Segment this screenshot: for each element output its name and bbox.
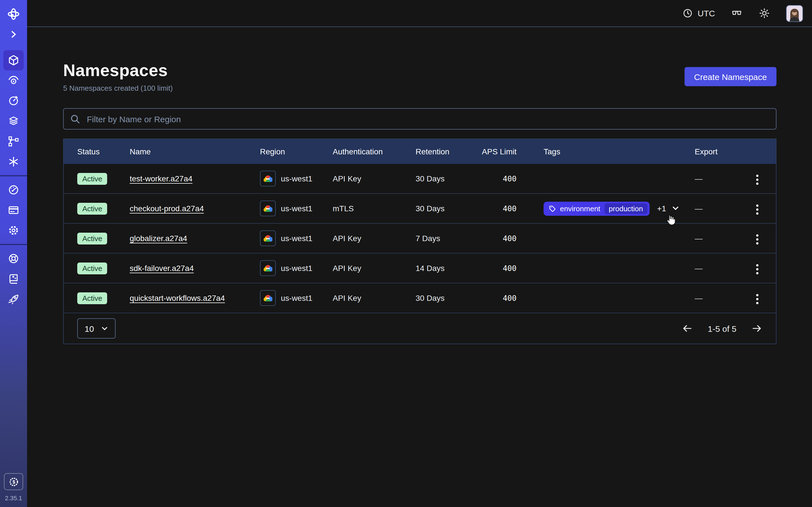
gcp-region-icon: [260, 230, 276, 246]
cell-tags: environmentproduction+1: [516, 202, 695, 216]
page-title: Namespaces: [63, 61, 168, 80]
page-size-select[interactable]: 10: [77, 318, 115, 339]
column-header-region: Region: [260, 147, 333, 156]
cell-actions: [752, 170, 762, 187]
user-avatar[interactable]: [786, 5, 803, 22]
region-label: us-west1: [281, 204, 312, 213]
cell-status: Active: [77, 232, 130, 244]
table-header-row: StatusNameRegionAuthenticationRetentionA…: [64, 139, 776, 164]
clock-icon: [682, 8, 693, 18]
status-badge: Active: [77, 173, 107, 184]
cell-status: Active: [77, 173, 130, 184]
cell-export: —: [695, 264, 752, 273]
cell-name: sdk-failover.a27a4: [130, 264, 260, 273]
chevron-down-icon: [101, 325, 108, 332]
sidebar-item-namespaces[interactable]: [3, 50, 24, 70]
sidebar-item-getting-started[interactable]: [3, 289, 24, 309]
cell-retention: 7 Days: [416, 234, 480, 243]
sidebar-expand-button[interactable]: [3, 24, 24, 45]
filter-bar: [63, 108, 776, 129]
cell-status: Active: [77, 292, 130, 304]
cell-region: us-west1: [260, 260, 333, 276]
temporal-logo[interactable]: [3, 4, 24, 24]
chevron-right-icon: [9, 30, 18, 39]
cell-authentication: API Key: [333, 234, 416, 243]
row-actions-kebab[interactable]: [752, 172, 762, 187]
tags-expand-button[interactable]: [672, 205, 679, 212]
row-actions-kebab[interactable]: [752, 291, 762, 307]
sidebar-item-support[interactable]: [3, 248, 24, 269]
sidebar-item-schedules[interactable]: [3, 91, 24, 111]
table-body: Activetest-worker.a27a4us-west1API Key30…: [64, 164, 776, 313]
tag-pill[interactable]: environmentproduction: [544, 202, 650, 216]
namespace-count-subtitle: 5 Namespaces created (100 limit): [63, 84, 173, 93]
namespace-link[interactable]: quickstart-workflows.a27a4: [130, 293, 225, 302]
cell-export: —: [695, 293, 752, 302]
cell-aps-limit: 400: [480, 234, 516, 243]
table-row: Activesdk-failover.a27a4us-west1API Key1…: [64, 253, 776, 283]
iris-icon: [7, 74, 20, 87]
avatar-image: [786, 5, 802, 21]
cell-aps-limit: 400: [480, 264, 516, 273]
previous-page-button[interactable]: [682, 323, 693, 334]
gcp-region-icon: [260, 201, 276, 216]
sidebar-item-insights[interactable]: [3, 70, 24, 91]
cell-retention: 30 Days: [416, 204, 480, 213]
cell-actions: [752, 289, 762, 307]
sun-icon: [758, 7, 770, 19]
arrow-right-icon: [751, 323, 762, 334]
search-icon: [70, 114, 80, 124]
region-label: us-west1: [281, 264, 312, 273]
cell-export: —: [695, 204, 752, 213]
column-header-authentication: Authentication: [333, 147, 416, 156]
cell-retention: 30 Days: [416, 293, 480, 302]
namespace-link[interactable]: test-worker.a27a4: [130, 174, 193, 183]
region-label: us-west1: [281, 234, 312, 243]
region-label: us-west1: [281, 293, 312, 302]
page-range-label: 1-5 of 5: [708, 324, 737, 333]
next-page-button[interactable]: [751, 323, 762, 334]
namespace-link[interactable]: checkout-prod.a27a4: [130, 204, 204, 213]
timezone-selector[interactable]: UTC: [682, 8, 715, 18]
svg-text:$: $: [12, 479, 15, 485]
cell-authentication: API Key: [333, 293, 416, 302]
table-row: Activecheckout-prod.a27a4us-west1mTLS30 …: [64, 193, 776, 223]
sidebar-divider: [0, 175, 27, 176]
arrow-left-icon: [682, 323, 693, 334]
row-actions-kebab[interactable]: [752, 262, 762, 277]
filter-input[interactable]: [86, 114, 769, 124]
row-actions-kebab[interactable]: [752, 202, 762, 217]
cell-retention: 30 Days: [416, 174, 480, 183]
gcp-region-icon: [260, 290, 276, 306]
column-header-aps-limit: APS Limit: [480, 147, 516, 156]
cell-actions: [752, 200, 762, 217]
sidebar-item-nexus[interactable]: [3, 131, 24, 152]
namespace-link[interactable]: sdk-failover.a27a4: [130, 264, 194, 273]
sidebar-item-docs[interactable]: [3, 269, 24, 289]
credits-button[interactable]: $: [4, 473, 23, 490]
theme-toggle-button[interactable]: [758, 7, 770, 19]
view-preferences-button[interactable]: [731, 7, 743, 19]
sidebar-item-integrations[interactable]: [3, 152, 24, 172]
row-actions-kebab[interactable]: [752, 231, 762, 247]
app-version: 2.35.1: [5, 495, 22, 501]
table-row: Activeglobalizer.a27a4us-west1API Key7 D…: [64, 223, 776, 253]
cell-export: —: [695, 174, 752, 183]
cell-status: Active: [77, 262, 130, 274]
sidebar-item-settings[interactable]: [3, 220, 24, 240]
create-namespace-button[interactable]: Create Namespace: [684, 67, 776, 86]
cell-aps-limit: 400: [480, 293, 516, 302]
sidebar-item-usage[interactable]: [3, 180, 24, 200]
chevron-down-icon: [672, 205, 679, 212]
gauge-icon: [7, 184, 20, 196]
cell-authentication: mTLS: [333, 204, 416, 213]
cube-icon: [7, 54, 20, 66]
sidebar-item-billing[interactable]: [3, 200, 24, 220]
layers-icon: [7, 115, 20, 127]
tag-value: production: [604, 203, 647, 214]
credit-card-icon: [7, 204, 20, 216]
sidebar-item-deployments[interactable]: [3, 111, 24, 131]
dollar-seal-icon: $: [8, 476, 19, 487]
gear-icon: [7, 224, 20, 237]
namespace-link[interactable]: globalizer.a27a4: [130, 234, 187, 243]
